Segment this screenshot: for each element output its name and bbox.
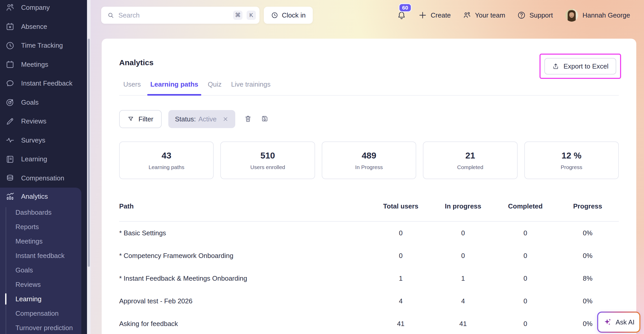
- sidebar-item-compensation[interactable]: Compensation: [0, 169, 85, 188]
- status-filter-chip[interactable]: Status: Active: [168, 110, 235, 128]
- funnel-icon: [127, 116, 134, 122]
- sidebar-item-label: Meetings: [21, 61, 48, 69]
- search-icon: [107, 12, 114, 19]
- stat-label: Progress: [561, 164, 582, 170]
- user-menu[interactable]: Hannah George: [565, 9, 630, 22]
- clock-in-label: Clock in: [282, 11, 306, 19]
- cell-completed: 0: [494, 274, 556, 282]
- column-header-progress: Progress: [556, 202, 619, 210]
- app-root: Company Absence Time Tracking Meetings I…: [0, 0, 644, 334]
- cell-completed: 0: [494, 320, 556, 328]
- sidebar-subitem-reports[interactable]: Reports: [0, 220, 81, 234]
- sidebar-item-label: Goals: [21, 98, 39, 106]
- tab-users[interactable]: Users: [123, 80, 141, 95]
- table-row[interactable]: * Competency Framework Onboarding 0 0 0 …: [119, 244, 619, 267]
- sidebar-scrollbar-track[interactable]: [87, 0, 91, 334]
- table-row[interactable]: Asking for feedback 41 41 0 0%: [119, 312, 619, 334]
- cell-progress: 0%: [556, 252, 619, 260]
- sidebar-subitem-turnover-prediction[interactable]: Turnover prediction: [0, 321, 81, 334]
- cell-total-users: 0: [370, 252, 432, 260]
- cell-completed: 0: [494, 297, 556, 305]
- subitem-label: Reviews: [15, 281, 41, 289]
- sidebar-subitem-compensation[interactable]: Compensation: [0, 306, 81, 321]
- remove-filter-icon[interactable]: [222, 116, 229, 122]
- delete-filters-button[interactable]: [244, 115, 252, 123]
- sidebar-item-company[interactable]: Company: [0, 0, 85, 17]
- stat-card-progress: 12 % Progress: [524, 141, 619, 179]
- column-header-total-users: Total users: [370, 202, 432, 210]
- sidebar-subitem-instant-feedback[interactable]: Instant feedback: [0, 248, 81, 263]
- sidebar-item-surveys[interactable]: Surveys: [0, 131, 85, 150]
- clock-icon: [271, 12, 278, 19]
- ask-ai-label: Ask AI: [616, 318, 635, 326]
- sidebar-item-label: Surveys: [21, 136, 45, 144]
- cell-in-progress: 4: [432, 297, 494, 305]
- cell-total-users: 4: [370, 297, 432, 305]
- stat-label: Users enrolled: [250, 164, 285, 170]
- sidebar-item-learning[interactable]: Learning: [0, 150, 85, 169]
- sidebar-item-goals[interactable]: Goals: [0, 93, 85, 112]
- stat-value: 21: [465, 151, 475, 161]
- sidebar-scrollbar-thumb[interactable]: [88, 39, 90, 267]
- cell-total-users: 41: [370, 320, 432, 328]
- cell-path: * Basic Settings: [119, 229, 370, 237]
- plus-icon: [418, 11, 427, 20]
- coins-icon: [5, 173, 15, 183]
- create-button[interactable]: Create: [418, 11, 451, 20]
- tab-quiz[interactable]: Quiz: [208, 80, 221, 95]
- sidebar-subitem-dashboards[interactable]: Dashboards: [0, 205, 81, 220]
- ask-ai-button[interactable]: Ask AI: [597, 312, 640, 333]
- sidebar-item-absence[interactable]: Absence: [0, 17, 85, 36]
- cell-path: Approval test - Feb 2026: [119, 297, 370, 305]
- tab-learning-paths[interactable]: Learning paths: [150, 80, 198, 95]
- tab-live-trainings[interactable]: Live trainings: [231, 80, 271, 95]
- stat-label: Completed: [457, 164, 483, 170]
- cell-path: * Instant Feedback & Meetings Onboarding: [119, 274, 370, 282]
- company-icon: [5, 3, 15, 12]
- export-to-excel-button[interactable]: Export to Excel: [544, 58, 616, 74]
- search-input[interactable]: [118, 11, 229, 19]
- notification-badge: 60: [399, 3, 411, 12]
- search-box[interactable]: ⌘ K: [101, 7, 259, 24]
- sidebar-item-meetings[interactable]: Meetings: [0, 55, 85, 74]
- support-button[interactable]: Support: [517, 11, 553, 20]
- create-label: Create: [431, 11, 451, 19]
- analytics-card: Analytics Export to Excel Users Learning…: [102, 39, 636, 334]
- subitem-label: Reports: [15, 223, 39, 231]
- table-row[interactable]: * Instant Feedback & Meetings Onboarding…: [119, 267, 619, 290]
- subitem-label: Compensation: [15, 310, 59, 318]
- notifications-button[interactable]: 60: [397, 10, 406, 20]
- cmd-key-chip: ⌘: [233, 11, 242, 20]
- cell-in-progress: 0: [432, 229, 494, 237]
- sparkles-icon: [603, 318, 612, 327]
- stat-label: Learning paths: [149, 164, 184, 170]
- column-header-path: Path: [119, 202, 370, 210]
- card-header: Analytics Export to Excel: [119, 39, 619, 67]
- sidebar-subitem-goals[interactable]: Goals: [0, 263, 81, 277]
- sidebar-item-instant-feedback[interactable]: Instant Feedback: [0, 74, 85, 93]
- annotation-highlight-box: Export to Excel: [539, 54, 621, 79]
- sidebar-item-reviews[interactable]: Reviews: [0, 112, 85, 131]
- stat-value: 43: [162, 151, 171, 161]
- filter-button[interactable]: Filter: [119, 110, 162, 128]
- table-row[interactable]: * Basic Settings 0 0 0 0%: [119, 222, 619, 244]
- stat-card-learning-paths: 43 Learning paths: [119, 141, 214, 179]
- cell-completed: 0: [494, 252, 556, 260]
- stat-card-users-enrolled: 510 Users enrolled: [220, 141, 315, 179]
- sidebar-subitem-learning[interactable]: Learning: [0, 292, 81, 306]
- sidebar-item-time-tracking[interactable]: Time Tracking: [0, 36, 85, 55]
- sidebar-subitem-reviews[interactable]: Reviews: [0, 277, 81, 292]
- your-team-button[interactable]: Your team: [463, 11, 505, 20]
- sidebar-subitem-meetings[interactable]: Meetings: [0, 234, 81, 248]
- save-filters-button[interactable]: [261, 115, 269, 123]
- your-team-label: Your team: [475, 11, 505, 19]
- cell-progress: 0%: [556, 297, 619, 305]
- stat-value: 12 %: [562, 151, 582, 161]
- pulse-icon: [5, 136, 15, 145]
- stat-card-in-progress: 489 In Progress: [322, 141, 416, 179]
- table-row[interactable]: Approval test - Feb 2026 4 4 0 0%: [119, 290, 619, 312]
- clock-in-button[interactable]: Clock in: [264, 7, 313, 24]
- stats-row: 43 Learning paths 510 Users enrolled 489…: [119, 141, 619, 179]
- sidebar-item-analytics[interactable]: Analytics: [0, 188, 81, 205]
- filter-row: Filter Status: Active: [119, 110, 619, 128]
